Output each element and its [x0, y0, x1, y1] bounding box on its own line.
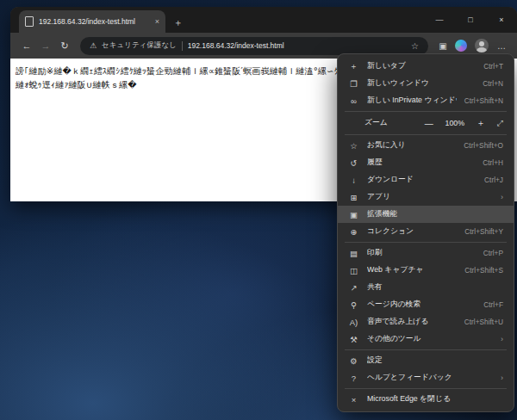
zoom-out-button[interactable]: —: [422, 119, 436, 128]
menu-item-label: 設定: [367, 355, 503, 366]
menu-separator: [345, 111, 507, 112]
apps-icon: ⊞: [348, 193, 359, 202]
tools-icon: ⚒: [348, 335, 359, 344]
menu-item-label: お気に入り: [367, 140, 456, 151]
history-icon: ↺: [348, 158, 359, 168]
menu-item-find-on-page[interactable]: ⚲ ページ内の検索 Ctrl+F: [338, 296, 514, 313]
menu-item-label: コレクション: [367, 226, 457, 237]
menu-item-shortcut: Ctrl+Shift+U: [464, 318, 503, 326]
zoom-in-button[interactable]: ＋: [474, 117, 488, 129]
copilot-icon[interactable]: [455, 40, 467, 52]
zoom-label: ズーム: [364, 118, 417, 128]
address-bar[interactable]: ⚠ セキュリティ保護なし 192.168.64.32/index-test.ht…: [80, 37, 428, 55]
profile-avatar[interactable]: [475, 39, 489, 52]
menu-item-settings[interactable]: ⚙ 設定: [338, 352, 514, 369]
menu-item-downloads[interactable]: ↓ ダウンロード Ctrl+J: [338, 171, 514, 188]
browser-menu: ＋ 新しいタブ Ctrl+T ❐ 新しいウィンドウ Ctrl+N ∞ 新しい I…: [337, 53, 514, 412]
gear-icon: ⚙: [348, 356, 359, 366]
menu-item-label: Web キャプチャ: [367, 265, 457, 275]
menu-item-label: その他のツール: [367, 334, 490, 344]
menu-item-label: ダウンロード: [367, 175, 477, 185]
new-tab-button[interactable]: ＋: [173, 18, 183, 28]
menu-item-share[interactable]: ↗ 共有: [338, 279, 514, 296]
read-aloud-icon: A): [348, 318, 359, 327]
menu-item-label: ページ内の検索: [367, 300, 476, 310]
menu-item-inprivate[interactable]: ∞ 新しい InPrivate ウィンドウ Ctrl+Shift+N: [338, 92, 514, 109]
tab-title: 192.168.64.32/index-test.html: [39, 17, 150, 26]
close-icon: ×: [348, 395, 359, 405]
menu-item-shortcut: Ctrl+Shift+O: [464, 141, 503, 150]
chevron-right-icon: ›: [501, 374, 503, 382]
menu-item-favorites[interactable]: ☆ お気に入り Ctrl+Shift+O: [338, 137, 514, 154]
menu-item-label: Microsoft Edge を閉じる: [367, 394, 503, 405]
menu-item-label: 印刷: [367, 248, 476, 258]
menu-item-extensions[interactable]: ▣ 拡張機能: [338, 206, 514, 223]
back-button[interactable]: ←: [17, 40, 36, 51]
menu-item-shortcut: Ctrl+T: [483, 62, 503, 71]
tab-bar: 192.168.64.32/index-test.html × ＋ — □ ×: [10, 7, 517, 33]
menu-item-shortcut: Ctrl+Shift+Y: [464, 227, 503, 236]
menu-item-shortcut: Ctrl+H: [483, 158, 503, 167]
print-icon: ▤: [348, 249, 359, 258]
menu-item-new-window[interactable]: ❐ 新しいウィンドウ Ctrl+N: [338, 75, 514, 92]
menu-item-label: ヘルプとフィードバック: [367, 373, 490, 383]
menu-item-label: 新しい InPrivate ウィンドウ: [367, 96, 457, 106]
menu-item-close-edge[interactable]: × Microsoft Edge を閉じる: [338, 391, 514, 408]
menu-separator: [345, 349, 507, 350]
menu-item-collections[interactable]: ⊕ コレクション Ctrl+Shift+Y: [338, 223, 514, 240]
new-tab-icon: ＋: [348, 61, 359, 72]
forward-button[interactable]: →: [36, 40, 55, 51]
menu-item-new-tab[interactable]: ＋ 新しいタブ Ctrl+T: [338, 58, 514, 75]
menu-item-label: 拡張機能: [367, 209, 503, 219]
web-capture-icon: ◫: [348, 266, 359, 275]
inprivate-icon: ∞: [348, 96, 359, 106]
search-icon: ⚲: [348, 300, 359, 310]
menu-item-shortcut: Ctrl+Shift+S: [464, 266, 503, 275]
menu-item-zoom: ズーム — 100% ＋ ⤢: [338, 114, 514, 133]
menu-separator: [345, 242, 507, 243]
security-label: セキュリティ保護なし: [102, 40, 177, 51]
menu-item-history[interactable]: ↺ 履歴 Ctrl+H: [338, 154, 514, 171]
address-divider: [182, 41, 183, 51]
menu-item-help-feedback[interactable]: ? ヘルプとフィードバック ›: [338, 369, 514, 386]
menu-item-web-capture[interactable]: ◫ Web キャプチャ Ctrl+Shift+S: [338, 262, 514, 279]
collections-icon: ⊕: [348, 227, 359, 237]
minimize-button[interactable]: —: [424, 7, 455, 33]
menu-item-shortcut: Ctrl+Shift+N: [464, 96, 503, 105]
menu-item-label: 新しいタブ: [367, 61, 476, 71]
menu-item-shortcut: Ctrl+P: [483, 249, 503, 257]
screen: 192.168.64.32/index-test.html × ＋ — □ × …: [0, 0, 517, 420]
menu-item-label: 音声で読み上げる: [367, 317, 457, 327]
menu-item-label: 履歴: [367, 158, 475, 168]
menu-item-label: 新しいウィンドウ: [367, 78, 475, 89]
window-controls: — □ ×: [424, 7, 517, 33]
chevron-right-icon: ›: [501, 335, 503, 343]
menu-item-apps[interactable]: ⊞ アプリ ›: [338, 188, 514, 206]
menu-item-shortcut: Ctrl+N: [483, 79, 503, 88]
download-icon: ↓: [348, 176, 359, 185]
maximize-button[interactable]: □: [455, 7, 486, 33]
menu-item-print[interactable]: ▤ 印刷 Ctrl+P: [338, 244, 514, 262]
menu-item-read-aloud[interactable]: A) 音声で読み上げる Ctrl+Shift+U: [338, 313, 514, 330]
share-icon: ↗: [348, 283, 359, 293]
security-warning-icon: ⚠: [90, 41, 97, 50]
menu-separator: [345, 134, 507, 135]
extensions-icon: ▣: [348, 210, 359, 219]
more-options-button[interactable]: …: [493, 41, 510, 51]
browser-tab[interactable]: 192.168.64.32/index-test.html ×: [19, 10, 165, 33]
menu-item-more-tools[interactable]: ⚒ その他のツール ›: [338, 330, 514, 348]
zoom-level: 100%: [441, 119, 469, 127]
help-icon: ?: [348, 374, 359, 383]
extensions-button[interactable]: ▣: [434, 41, 452, 51]
menu-separator: [345, 388, 507, 389]
menu-item-shortcut: Ctrl+J: [484, 176, 503, 184]
tab-close-button[interactable]: ×: [155, 17, 159, 26]
menu-item-label: アプリ: [367, 192, 490, 202]
close-button[interactable]: ×: [486, 7, 517, 33]
favorites-star-icon[interactable]: ☆: [411, 41, 419, 51]
new-window-icon: ❐: [348, 79, 359, 89]
star-icon: ☆: [348, 141, 359, 151]
refresh-button[interactable]: ↻: [55, 40, 74, 52]
page-favicon-icon: [25, 16, 34, 27]
fullscreen-icon[interactable]: ⤢: [497, 119, 503, 128]
